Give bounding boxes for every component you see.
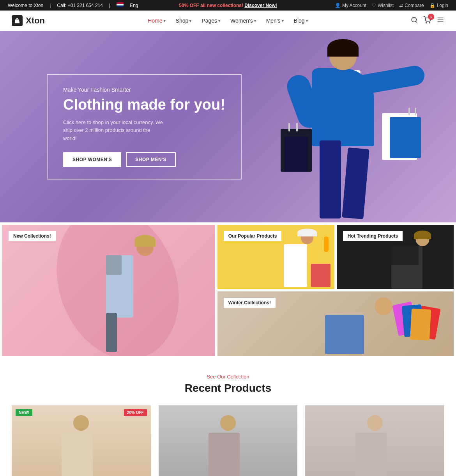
hero-description: Click here to shop in your local currenc… — [63, 119, 164, 143]
nav-womens[interactable]: Women's ▾ — [226, 14, 260, 27]
cat-new-collections[interactable]: New Collections! — [2, 225, 215, 356]
nav-home[interactable]: Home ▾ — [144, 14, 169, 27]
login-link[interactable]: 🔒 Login — [429, 3, 448, 8]
shop-womens-button[interactable]: SHOP WOMEN'S — [63, 152, 121, 167]
nav-pages[interactable]: Pages ▾ — [198, 14, 224, 27]
product-image-1: NEW! 20% OFF — [12, 405, 151, 476]
login-icon: 🔒 — [429, 3, 435, 8]
cart-badge: 1 — [428, 14, 434, 20]
welcome-text: Welcome to Xton — [8, 3, 43, 8]
chevron-down-icon: ▾ — [218, 19, 220, 23]
flag-icon — [117, 2, 124, 8]
cat-label-hot-trending: Hot Trending Products — [343, 231, 403, 241]
hero-image — [222, 31, 456, 222]
compare-link[interactable]: ⇄ Compare — [399, 3, 424, 8]
chevron-down-icon: ▾ — [254, 19, 256, 23]
top-bar: Welcome to Xton | Call: +01 321 654 214 … — [0, 0, 456, 11]
logo-icon — [12, 15, 23, 26]
nav-blog[interactable]: Blog ▾ — [290, 14, 312, 27]
product-figure-3 — [352, 413, 398, 476]
search-icon — [411, 16, 418, 23]
nav-shop[interactable]: Shop ▾ — [172, 14, 196, 27]
hero-person-figure — [261, 31, 425, 222]
svg-point-0 — [412, 17, 416, 22]
wishlist-link[interactable]: ♡ Wishlist — [372, 3, 394, 8]
top-bar-left: Welcome to Xton | Call: +01 321 654 214 … — [8, 2, 138, 8]
divider2: | — [109, 3, 110, 8]
heart-icon: ♡ — [372, 3, 376, 8]
product-image-3 — [305, 405, 444, 476]
account-icon: 👤 — [335, 3, 341, 8]
hero-subtitle: Make Your Fashion Smarter — [63, 87, 225, 93]
recent-products-section: See Our Collection Recent Products NEW! … — [0, 358, 456, 476]
product-figure-1 — [58, 413, 104, 476]
product-card-3[interactable] — [305, 405, 444, 476]
hero-background: Make Your Fashion Smarter Clothing made … — [0, 31, 456, 222]
svg-point-2 — [426, 22, 427, 23]
product-card-2[interactable] — [159, 405, 298, 476]
search-button[interactable] — [411, 16, 418, 25]
cat-hot-trending[interactable]: Hot Trending Products — [337, 225, 454, 289]
cat-winter-collections[interactable]: Winter Collections! — [217, 291, 454, 356]
logo[interactable]: Xton — [12, 15, 45, 26]
section-title: Recent Products — [12, 382, 444, 394]
cart-button[interactable]: 1 — [423, 16, 431, 26]
divider: | — [49, 3, 51, 8]
category-grid: New Collections! Our Popular Products — [0, 222, 456, 358]
section-label: See Our Collection — [12, 374, 444, 380]
compare-icon: ⇄ — [399, 3, 403, 8]
promo-link[interactable]: Discover Now! — [244, 3, 277, 8]
hero-border-box: Make Your Fashion Smarter Clothing made … — [47, 74, 242, 179]
svg-line-1 — [415, 21, 417, 22]
my-account-link[interactable]: 👤 My Account — [335, 3, 366, 8]
hamburger-icon — [437, 16, 444, 24]
promo-off: 50% OFF all new collections! — [179, 3, 243, 8]
hero-title: Clothing made for you! — [63, 96, 225, 114]
header: Xton Home ▾ Shop ▾ Pages ▾ Women's ▾ Men… — [0, 11, 456, 31]
phone-text: Call: +01 321 654 214 — [57, 3, 103, 8]
nav-mens[interactable]: Men's ▾ — [262, 14, 288, 27]
cat-label-popular-products: Our Popular Products — [224, 231, 282, 241]
header-icons: 1 — [411, 16, 444, 26]
promo-banner: 50% OFF all new collections! Discover No… — [179, 3, 277, 8]
products-grid: NEW! 20% OFF — [12, 405, 444, 476]
product-figure-2 — [205, 413, 251, 476]
cat-label-winter-collections: Winter Collections! — [224, 298, 276, 308]
shopping-bag-icon — [14, 18, 20, 24]
shop-mens-button[interactable]: SHOP MEN'S — [126, 152, 176, 167]
main-nav: Home ▾ Shop ▾ Pages ▾ Women's ▾ Men's ▾ … — [144, 14, 311, 27]
product-image-2 — [159, 405, 298, 476]
product-card-1[interactable]: NEW! 20% OFF — [12, 405, 151, 476]
badge-new-1: NEW! — [16, 409, 32, 416]
chevron-down-icon: ▾ — [282, 19, 284, 23]
menu-button[interactable] — [437, 16, 444, 26]
lang-select[interactable]: Eng — [130, 3, 138, 8]
chevron-down-icon: ▾ — [306, 19, 308, 23]
svg-point-3 — [429, 22, 430, 23]
logo-text: Xton — [26, 16, 45, 26]
chevron-down-icon: ▾ — [189, 19, 191, 23]
top-bar-right: 👤 My Account ♡ Wishlist ⇄ Compare 🔒 Logi… — [335, 3, 448, 8]
hero-banner: Make Your Fashion Smarter Clothing made … — [0, 31, 456, 222]
badge-off-1: 20% OFF — [124, 409, 147, 416]
cat-label-new-collections: New Collections! — [9, 231, 56, 241]
cat-popular-products[interactable]: Our Popular Products — [217, 225, 334, 289]
hero-buttons: SHOP WOMEN'S SHOP MEN'S — [63, 152, 225, 167]
chevron-down-icon: ▾ — [164, 19, 166, 23]
hero-content: Make Your Fashion Smarter Clothing made … — [47, 74, 242, 179]
